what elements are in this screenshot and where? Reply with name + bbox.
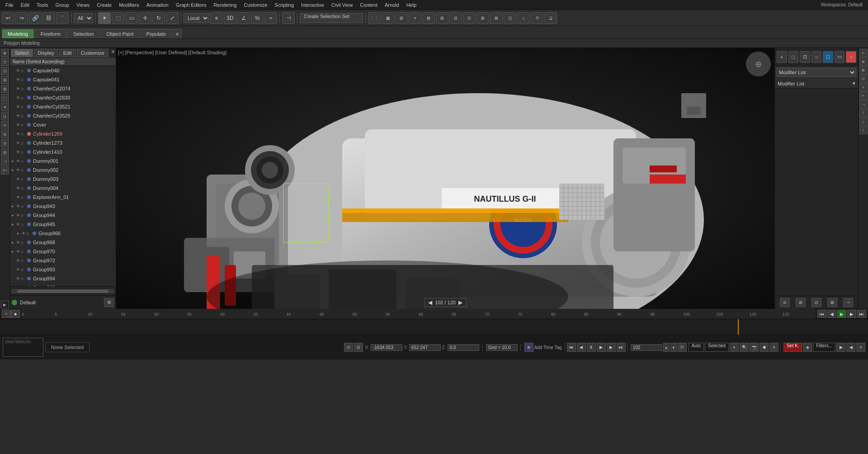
rp-btn-panel[interactable]: ▭: [835, 51, 845, 63]
percent-snap[interactable]: %: [251, 12, 264, 24]
selected-dropdown-btn[interactable]: Selected: [705, 343, 729, 352]
li-play-btn[interactable]: ▶: [1, 301, 9, 309]
viewport-corner-widget[interactable]: ⊕: [746, 52, 771, 76]
menu-tools[interactable]: Tools: [33, 1, 52, 9]
li-btn-11[interactable]: ⊝: [1, 139, 9, 147]
time-tag-icon[interactable]: ⊕: [524, 343, 533, 352]
scene-item[interactable]: 👁▷ChamferCyl2074: [10, 84, 116, 93]
mirror-btn[interactable]: ⊣: [282, 12, 295, 24]
frame-prev-btn[interactable]: ◀: [428, 299, 432, 306]
anim-prev-frame[interactable]: ◀: [827, 310, 836, 318]
select-tool[interactable]: ✦: [98, 12, 111, 24]
frame-up[interactable]: ▲: [663, 343, 670, 352]
named-sel7[interactable]: ⊟: [449, 12, 462, 24]
filters-bck[interactable]: ◀: [846, 343, 855, 352]
transport-pause[interactable]: ⏸: [587, 343, 596, 352]
rp-small-5[interactable]: ⊣: [843, 298, 853, 307]
frame-next-btn[interactable]: ▶: [458, 299, 462, 306]
anim-next-frame[interactable]: ▶: [847, 310, 856, 318]
scene-item[interactable]: 👁▷Cover: [10, 120, 116, 129]
rp-small-1[interactable]: ⊝: [780, 298, 790, 307]
li-btn-10[interactable]: ⊜: [1, 130, 9, 138]
ri-btn-1[interactable]: ⊙: [859, 49, 868, 57]
transport-next[interactable]: ▶: [607, 343, 616, 352]
extra-icon-btn[interactable]: ≡: [769, 343, 778, 352]
modifier-list-dropdown[interactable]: Modifier List: [777, 68, 856, 77]
named-sel5[interactable]: ⊠: [422, 12, 435, 24]
scene-item[interactable]: 👁▷Group995: [10, 283, 116, 286]
rp-btn-view[interactable]: ⊡: [800, 51, 810, 63]
undo-button[interactable]: ↩: [2, 12, 14, 24]
named-sel12[interactable]: ⌂: [517, 12, 530, 24]
menu-rendering[interactable]: Rendering: [210, 1, 241, 9]
rp-btn-rect[interactable]: □: [788, 51, 799, 63]
transport-play[interactable]: ▶: [597, 343, 606, 352]
camera-icon-btn[interactable]: 📷: [750, 343, 759, 352]
scene-item[interactable]: 👁▷Group972: [10, 256, 116, 265]
ri-btn-5[interactable]: ≡: [859, 83, 868, 91]
link-button[interactable]: 🔗: [29, 12, 42, 24]
scene-item[interactable]: ▸👁▷Group970: [10, 247, 116, 256]
ri-btn-4[interactable]: ⊡: [859, 75, 868, 83]
lp-tab-edit[interactable]: Edit: [59, 49, 76, 57]
rp-btn-plus[interactable]: +: [777, 51, 787, 63]
menu-graph-editors[interactable]: Graph Editors: [172, 1, 210, 9]
ri-btn-10[interactable]: ⊦: [859, 126, 868, 134]
li-btn-12[interactable]: ⊞: [1, 148, 9, 156]
scene-item[interactable]: 👁▷ChamferCyl3525: [10, 111, 116, 120]
menu-customize[interactable]: Customize: [240, 1, 271, 9]
unlink-button[interactable]: ⛓: [42, 12, 55, 24]
anim-btn-wave[interactable]: ≈: [2, 310, 11, 318]
scene-item[interactable]: 👁▷ExplorerArm_01: [10, 193, 116, 202]
snap-btn[interactable]: 3D: [224, 12, 236, 24]
bind-button[interactable]: ⌒: [56, 12, 69, 24]
lp-tab-select[interactable]: Select: [11, 49, 33, 57]
move-tool[interactable]: ✛: [139, 12, 151, 24]
sel-dropdown-arrow[interactable]: ▾: [730, 343, 739, 352]
menu-animation[interactable]: Animation: [143, 1, 172, 9]
filters-fwd[interactable]: ▶: [836, 343, 845, 352]
ri-btn-8[interactable]: ⊤: [859, 109, 868, 117]
timing-icon[interactable]: ⏱: [678, 343, 687, 352]
scene-item[interactable]: ▸👁▷Group943: [10, 202, 116, 211]
pivot-btn[interactable]: ⊕: [210, 12, 223, 24]
named-sel9[interactable]: ⊞: [476, 12, 489, 24]
transport-prev[interactable]: ◀: [577, 343, 586, 352]
named-sel2[interactable]: ▦: [382, 12, 394, 24]
scene-item[interactable]: 👁▷ChamferCyl2830: [10, 93, 116, 102]
key-icon-btn[interactable]: ◈: [803, 343, 812, 352]
angle-snap[interactable]: ∠: [237, 12, 250, 24]
menu-help[interactable]: Help: [403, 1, 420, 9]
menu-content[interactable]: Content: [356, 1, 381, 9]
li-btn-1[interactable]: ◈: [1, 49, 9, 57]
menu-modifiers[interactable]: Modifiers: [115, 1, 143, 9]
named-sel1[interactable]: ⋮⋮: [368, 12, 381, 24]
auto-key-btn[interactable]: Auto: [689, 343, 704, 352]
scene-item[interactable]: 👁▷ChamferCyl3521: [10, 102, 116, 111]
scene-item[interactable]: 👁▷Capsule040: [10, 66, 116, 75]
scene-item[interactable]: ▸👁▷Dummy002: [10, 166, 116, 175]
close-panel-button[interactable]: ×: [111, 48, 115, 55]
li-btn-7[interactable]: ✦: [1, 103, 9, 111]
ri-btn-7[interactable]: ⊣: [859, 100, 868, 109]
anim-prev-btn[interactable]: ⏮: [817, 310, 826, 318]
scene-item[interactable]: 👁▷Dummy003: [10, 175, 116, 184]
layer-settings-btn[interactable]: ⚙: [104, 298, 114, 307]
ri-btn-3[interactable]: ⊠: [859, 66, 868, 74]
rp-small-3[interactable]: ⊡: [811, 298, 821, 307]
menu-interactive[interactable]: Interactive: [297, 1, 328, 9]
li-btn-14[interactable]: ⊢: [1, 166, 9, 175]
menu-civil-view[interactable]: Civil View: [328, 1, 356, 9]
menu-views[interactable]: Views: [73, 1, 93, 9]
region-select[interactable]: ⬚: [112, 12, 124, 24]
lp-tab-customize[interactable]: Customize: [77, 49, 108, 57]
rp-btn-last[interactable]: ▪: [846, 51, 856, 63]
menu-file[interactable]: File: [2, 1, 17, 9]
scene-item[interactable]: 👁▷Capsule041: [10, 75, 116, 84]
li-btn-13[interactable]: ⊣: [1, 157, 9, 166]
menu-scripting[interactable]: Scripting: [271, 1, 297, 9]
menu-arnold[interactable]: Arnold: [381, 1, 403, 9]
scale-tool[interactable]: ⤢: [166, 12, 179, 24]
menu-group[interactable]: Group: [52, 1, 73, 9]
scene-item[interactable]: 👁▷Cylinder1410: [10, 147, 116, 156]
